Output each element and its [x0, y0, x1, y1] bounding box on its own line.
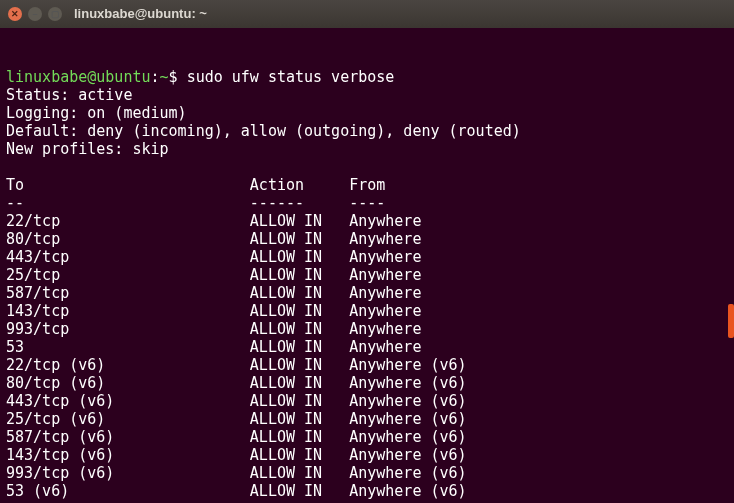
table-row: 80/tcp (v6) ALLOW IN Anywhere (v6) — [6, 374, 728, 392]
table-row: 443/tcp (v6) ALLOW IN Anywhere (v6) — [6, 392, 728, 410]
table-row: 443/tcp ALLOW IN Anywhere — [6, 248, 728, 266]
table-row: 22/tcp (v6) ALLOW IN Anywhere (v6) — [6, 356, 728, 374]
minimize-icon[interactable]: – — [28, 7, 42, 21]
table-row: 993/tcp (v6) ALLOW IN Anywhere (v6) — [6, 464, 728, 482]
maximize-icon[interactable]: ▢ — [48, 7, 62, 21]
terminal-output: linuxbabe@ubuntu:~$ sudo ufw status verb… — [6, 68, 728, 503]
blank-line — [6, 158, 728, 176]
close-icon[interactable]: ✕ — [8, 7, 22, 21]
table-row: 22/tcp ALLOW IN Anywhere — [6, 212, 728, 230]
table-divider: -- ------ ---- — [6, 194, 728, 212]
table-row: 143/tcp ALLOW IN Anywhere — [6, 302, 728, 320]
command-text: sudo ufw status verbose — [187, 68, 395, 86]
table-header: To Action From — [6, 176, 728, 194]
terminal[interactable]: linuxbabe@ubuntu:~$ sudo ufw status verb… — [0, 28, 734, 503]
table-row: 587/tcp (v6) ALLOW IN Anywhere (v6) — [6, 428, 728, 446]
status-line: Logging: on (medium) — [6, 104, 728, 122]
status-line: Status: active — [6, 86, 728, 104]
status-line: Default: deny (incoming), allow (outgoin… — [6, 122, 728, 140]
table-row: 587/tcp ALLOW IN Anywhere — [6, 284, 728, 302]
table-row: 25/tcp (v6) ALLOW IN Anywhere (v6) — [6, 410, 728, 428]
table-row: 53 ALLOW IN Anywhere — [6, 338, 728, 356]
table-row: 25/tcp ALLOW IN Anywhere — [6, 266, 728, 284]
scrollbar-thumb[interactable] — [728, 304, 734, 338]
window-title: linuxbabe@ubuntu: ~ — [74, 5, 207, 23]
table-row: 53 (v6) ALLOW IN Anywhere (v6) — [6, 482, 728, 500]
table-row: 993/tcp ALLOW IN Anywhere — [6, 320, 728, 338]
prompt-line: linuxbabe@ubuntu:~$ sudo ufw status verb… — [6, 68, 728, 86]
table-row: 80/tcp ALLOW IN Anywhere — [6, 230, 728, 248]
table-row: 143/tcp (v6) ALLOW IN Anywhere (v6) — [6, 446, 728, 464]
window-titlebar: ✕ – ▢ linuxbabe@ubuntu: ~ — [0, 0, 734, 28]
status-line: New profiles: skip — [6, 140, 728, 158]
